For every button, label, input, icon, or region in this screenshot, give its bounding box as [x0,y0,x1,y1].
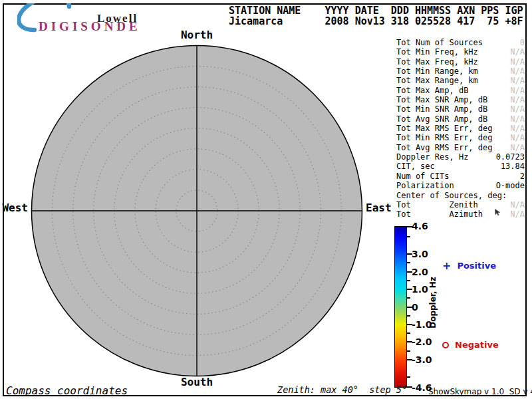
stat-label: Polarization [396,181,454,190]
legend-negative: Negative [442,340,499,350]
colorbar-minor-tick [407,280,410,281]
stat-row: Tot Max RMS Err, degN/A [396,124,525,133]
stat-row: CIT, sec13.84 [396,162,525,171]
stat-value: N/A [510,133,525,142]
stat-row: PolarizationO-mode [396,181,525,190]
colorbar-minor-tick [407,315,410,317]
stat-row: Tot Avg RMS Err, degN/A [396,143,525,152]
stat-label: Tot Num of Sources [396,38,483,47]
stat-label: Tot Min RMS Err, deg [396,133,493,142]
compass-label-north: North [31,29,363,41]
stat-value: N/A [510,209,525,219]
stat-label: Num of CITs [396,172,449,181]
stat-row: Tot ZenithN/A [396,200,525,209]
stat-value: N/A [510,66,525,76]
negative-marker-icon [442,342,449,348]
stat-value: N/A [510,76,525,85]
doppler-colorbar [394,226,407,388]
stat-value: N/A [510,86,525,95]
stat-value: N/A [510,200,525,209]
stat-row: Tot Min Range, kmN/A [396,66,525,76]
stat-label: Tot Zenith [396,200,478,209]
colorbar-ticks: 4.63.02.01.00-1.0-2.0-3.0-4.6 [407,226,447,388]
stat-value: 2 [520,172,525,181]
stat-value: 0.0723 [496,152,525,162]
legend-positive: + Positive [442,261,496,271]
colorbar-minor-tick [407,332,410,334]
mouse-cursor-icon [495,208,502,216]
stat-label: Tot Max Amp, dB [396,86,468,95]
stat-row: Tot Min RMS Err, degN/A [396,133,525,142]
stat-value: O-mode [496,181,525,190]
colorbar-minor-tick [407,262,410,263]
header-column-titles: STATION NAME YYYY DATE DDD HHMMSS AXN PP… [229,5,523,16]
stat-row: Tot Avg SNR Amp, dBN/A [396,114,525,124]
stat-label: CIT, sec [396,162,435,171]
stat-row: Tot Max Freq, kHzN/A [396,57,525,66]
negative-label: Negative [455,340,499,350]
stat-value: N/A [510,47,525,57]
stat-value: N/A [510,143,525,152]
stat-value: N/A [510,57,525,66]
coordinates-mode-label: Compass coordinates [6,384,128,397]
stat-label: Tot Avg RMS Err, deg [396,143,493,152]
stat-value: 0 [520,38,525,47]
stat-row: Tot Max Range, kmN/A [396,76,525,85]
stat-row: Center of Sources, deg: [396,191,525,200]
stat-label: Tot Azimuth [396,209,483,219]
skymap-plot [31,45,363,377]
zenith-range-label: Zenith: max 40° step 5° [277,384,407,395]
colorbar-tick-label: 0 [412,302,418,313]
stat-value: N/A [510,95,525,104]
stat-value: 13.84 [501,162,525,171]
software-version-label: ShowSkymap v 1.0 SD v 4.2 [428,387,532,396]
stat-label: Tot Avg SNR Amp, dB [396,114,487,124]
stat-label: Tot Max Range, km [396,76,478,85]
colorbar-tick-label: 4.6 [412,221,428,231]
stat-row: Tot AzimuthN/A [396,209,525,219]
stat-row: Doppler Res, Hz0.0723 [396,152,525,162]
stat-row: Tot Min Freq, kHzN/A [396,47,525,57]
colorbar-minor-tick [407,236,410,237]
colorbar-minor-tick [407,350,410,352]
stat-label: Doppler Res, Hz [396,152,468,162]
colorbar-tick-label: 3.0 [412,249,428,259]
statistics-panel: Tot Num of Sources0Tot Min Freq, kHzN/AT… [396,38,525,219]
stat-row: Tot Min SNR Amp, dBN/A [396,104,525,114]
stat-label: Center of Sources, deg: [396,191,507,200]
compass-label-west: West [0,201,28,214]
positive-marker-icon: + [442,261,451,270]
colorbar-tick-label: 1.0 [412,284,428,295]
stat-value: N/A [510,124,525,133]
compass-label-east: East [366,201,392,214]
stat-row: Tot Num of Sources0 [396,38,525,47]
stat-label: Tot Min SNR Amp, dB [396,104,487,114]
stat-value: N/A [510,104,525,114]
stat-row: Num of CITs2 [396,172,525,181]
stat-label: Tot Min Freq, kHz [396,47,478,57]
colorbar-tick-label: 2.0 [412,267,428,277]
stat-value: N/A [510,114,525,124]
stat-label: Tot Max SNR Amp, dB [396,95,487,104]
stat-row: Tot Max SNR Amp, dBN/A [396,95,525,104]
colorbar-title: Doppler, Hz [428,266,438,339]
colorbar-tick-label: -3.0 [412,354,432,365]
colorbar-minor-tick [407,297,410,299]
stat-row: Tot Max Amp, dBN/A [396,86,525,95]
positive-label: Positive [457,261,496,271]
stat-label: Tot Min Range, km [396,66,478,76]
stat-label: Tot Max RMS Err, deg [396,124,493,133]
stat-label: Tot Max Freq, kHz [396,57,478,66]
colorbar-minor-tick [407,376,410,378]
header-station-values: Jicamarca 2008 Nov13 318 025528 417 75 +… [229,16,523,27]
